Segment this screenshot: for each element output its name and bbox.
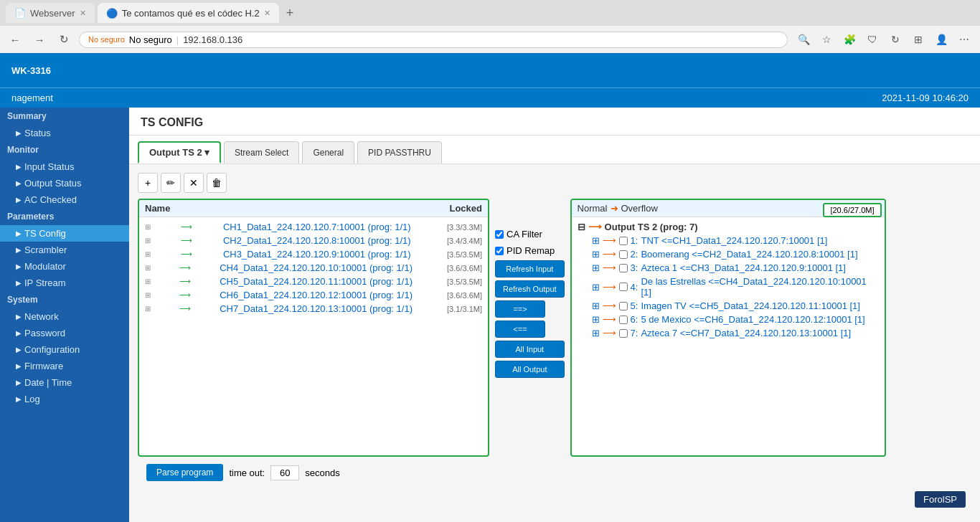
arrow-right-button[interactable]: ==> bbox=[495, 300, 545, 318]
stream-rate: [3.5/3.5M] bbox=[447, 277, 482, 286]
stream-item[interactable]: ⊞ ⟶ CH1_Data1_224.120.120.7:10001 (prog:… bbox=[142, 220, 485, 234]
reload-button[interactable]: ↻ bbox=[55, 30, 73, 49]
arrow-left-button[interactable]: <== bbox=[495, 321, 545, 338]
sidebar-item-scrambler[interactable]: ▶ Scrambler bbox=[0, 242, 129, 258]
extension-icon[interactable]: 🧩 bbox=[839, 29, 859, 49]
sidebar-item-network[interactable]: ▶ Network bbox=[0, 308, 129, 325]
tree-item-checkbox[interactable] bbox=[619, 329, 628, 338]
pid-remap-checkbox[interactable] bbox=[495, 247, 504, 255]
pid-remap-label: PID Remap bbox=[507, 245, 555, 256]
all-input-button[interactable]: All Input bbox=[495, 341, 565, 358]
tab-label: Webserver bbox=[30, 8, 75, 19]
tree-item: ⊞ ⟶ 4: De las Estrellas <=CH4_Data1_224.… bbox=[578, 275, 879, 299]
timeout-input[interactable] bbox=[270, 465, 299, 480]
tab-general[interactable]: General bbox=[302, 141, 354, 163]
stream-name: CH7_Data1_224.120.120.13:10001 (prog: 1/… bbox=[220, 303, 413, 314]
arrow-icon: ▶ bbox=[16, 246, 22, 254]
sidebar-item-password[interactable]: ▶ Password bbox=[0, 325, 129, 341]
stream-item[interactable]: ⊞ ⟶ CH2_Data1_224.120.120.8:10001 (prog:… bbox=[142, 234, 485, 247]
seconds-label: seconds bbox=[305, 468, 339, 478]
stream-item[interactable]: ⊞ ⟶ CH7_Data1_224.120.120.13:10001 (prog… bbox=[142, 302, 485, 315]
sidebar-item-modulator[interactable]: ▶ Modulator bbox=[0, 258, 129, 275]
tree-item-checkbox[interactable] bbox=[619, 264, 628, 272]
tab-close-webserver[interactable]: ✕ bbox=[80, 9, 86, 18]
tab-output-ts2[interactable]: Output TS 2 ▾ bbox=[138, 141, 221, 163]
sidebar-item-configuration[interactable]: ▶ Configuration bbox=[0, 341, 129, 358]
tree-item-checkbox[interactable] bbox=[619, 250, 628, 259]
tab-bar: 📄 Webserver ✕ 🔵 Te contamos qué es el có… bbox=[0, 0, 980, 26]
divider: | bbox=[176, 34, 179, 45]
sidebar-item-ip-stream[interactable]: ▶ IP Stream bbox=[0, 275, 129, 291]
stream-item[interactable]: ⊞ ⟶ CH6_Data1_224.120.120.12:10001 (prog… bbox=[142, 288, 485, 302]
stream-rate: [3.5/3.5M] bbox=[447, 250, 482, 259]
forward-button[interactable]: → bbox=[30, 30, 49, 49]
arrow-icon: ▶ bbox=[16, 395, 22, 403]
tree-arrow-icon: ⟶ bbox=[603, 314, 616, 325]
shield-icon[interactable]: 🛡 bbox=[862, 29, 882, 49]
sidebar-label-status: Status bbox=[24, 128, 51, 138]
tablets-icon[interactable]: ⊞ bbox=[908, 29, 928, 49]
tree-item-checkbox[interactable] bbox=[619, 283, 628, 291]
tree-expand-icon: ⊞ bbox=[592, 314, 600, 325]
new-tab-button[interactable]: + bbox=[282, 6, 298, 21]
tab-stream-select[interactable]: Stream Select bbox=[224, 141, 299, 163]
tree-item: ⊞ ⟶ 3: Azteca 1 <=CH3_Data1_224.120.120.… bbox=[578, 261, 879, 275]
sidebar-item-ts-config[interactable]: ▶ TS Config bbox=[0, 225, 129, 242]
tree-item-checkbox[interactable] bbox=[619, 237, 628, 245]
arrow-right-icon: ➜ bbox=[611, 203, 618, 214]
tree-arrow-icon: ⟶ bbox=[603, 262, 616, 273]
tree-item: ⊞ ⟶ 6: 5 de Mexico <=CH6_Data1_224.120.1… bbox=[578, 313, 879, 326]
expand-icon: ⊞ bbox=[145, 277, 151, 285]
tab-label-active: Te contamos qué es el códec H.2 bbox=[122, 8, 260, 19]
parse-program-button[interactable]: Parse program bbox=[146, 464, 223, 481]
address-bar[interactable]: No seguro No seguro | 192.168.0.136 bbox=[79, 32, 788, 48]
add-button[interactable]: + bbox=[138, 173, 158, 193]
sidebar-item-log[interactable]: ▶ Log bbox=[0, 391, 129, 407]
back-button[interactable]: ← bbox=[6, 30, 24, 49]
stream-item[interactable]: ⊞ ⟶ CH5_Data1_224.120.120.11:10001 (prog… bbox=[142, 275, 485, 288]
sidebar-item-output-status[interactable]: ▶ Output Status bbox=[0, 175, 129, 191]
search-icon[interactable]: 🔍 bbox=[793, 29, 814, 49]
expand-icon: ⊞ bbox=[145, 237, 151, 245]
stream-item[interactable]: ⊞ ⟶ CH4_Data1_224.120.120.10:10001 (prog… bbox=[142, 261, 485, 275]
left-panel: Name Locked ⊞ ⟶ CH1_Data1_224.120.120.7:… bbox=[138, 199, 489, 457]
refresh-input-button[interactable]: Refresh Input bbox=[495, 260, 565, 277]
sidebar-label-output-status: Output Status bbox=[24, 178, 82, 189]
stream-item[interactable]: ⊞ ⟶ CH3_Data1_224.120.120.9:10001 (prog:… bbox=[142, 247, 485, 261]
delete-trash-button[interactable]: 🗑 bbox=[207, 173, 227, 193]
tab-webserver[interactable]: 📄 Webserver ✕ bbox=[6, 3, 95, 23]
profile-icon[interactable]: 👤 bbox=[931, 29, 951, 49]
tree-item-num: 7: bbox=[631, 328, 639, 338]
sidebar-item-ac-checked[interactable]: ▶ AC Checked bbox=[0, 191, 129, 208]
stream-arrow-icon: ⟶ bbox=[179, 290, 191, 300]
sidebar-item-input-status[interactable]: ▶ Input Status bbox=[0, 158, 129, 175]
refresh-output-button[interactable]: Refresh Output bbox=[495, 280, 565, 298]
tree-expand-icon: ⊞ bbox=[592, 262, 600, 273]
sidebar-item-datetime[interactable]: ▶ Date | Time bbox=[0, 374, 129, 391]
sync-icon[interactable]: ↻ bbox=[885, 29, 905, 49]
tree-item-label: De las Estrellas <=CH4_Data1_224.120.120… bbox=[641, 276, 878, 298]
edit-button[interactable]: ✏ bbox=[161, 173, 181, 193]
tab-close-active[interactable]: ✕ bbox=[264, 9, 270, 18]
tree-item-checkbox[interactable] bbox=[619, 302, 628, 310]
sidebar-section-parameters: Parameters bbox=[0, 208, 129, 225]
sidebar-section-system: System bbox=[0, 291, 129, 308]
stream-name: CH3_Data1_224.120.120.9:10001 (prog: 1/1… bbox=[223, 249, 411, 260]
all-output-button[interactable]: All Output bbox=[495, 361, 565, 378]
bookmark-star-icon[interactable]: ☆ bbox=[816, 29, 837, 49]
tab-active[interactable]: 🔵 Te contamos qué es el códec H.2 ✕ bbox=[98, 3, 279, 23]
sidebar-item-firmware[interactable]: ▶ Firmware bbox=[0, 358, 129, 374]
datetime: 2021-11-09 10:46:20 bbox=[882, 92, 969, 103]
arrow-icon: ▶ bbox=[16, 129, 22, 137]
delete-x-button[interactable]: ✕ bbox=[184, 173, 204, 193]
app-title: WK-3316 bbox=[11, 65, 51, 76]
pid-remap-row: PID Remap bbox=[495, 244, 565, 257]
sidebar-item-status[interactable]: ▶ Status bbox=[0, 125, 129, 141]
tree-item-checkbox[interactable] bbox=[619, 315, 628, 324]
ca-filter-checkbox[interactable] bbox=[495, 230, 504, 239]
stream-rate: [3.3/3.3M] bbox=[447, 223, 482, 232]
tab-pid-passthru[interactable]: PID PASSTHRU bbox=[357, 141, 442, 163]
stream-name: CH2_Data1_224.120.120.8:10001 (prog: 1/1… bbox=[223, 235, 411, 246]
menu-icon[interactable]: ⋯ bbox=[954, 29, 974, 49]
arrow-icon: ▶ bbox=[16, 329, 22, 337]
